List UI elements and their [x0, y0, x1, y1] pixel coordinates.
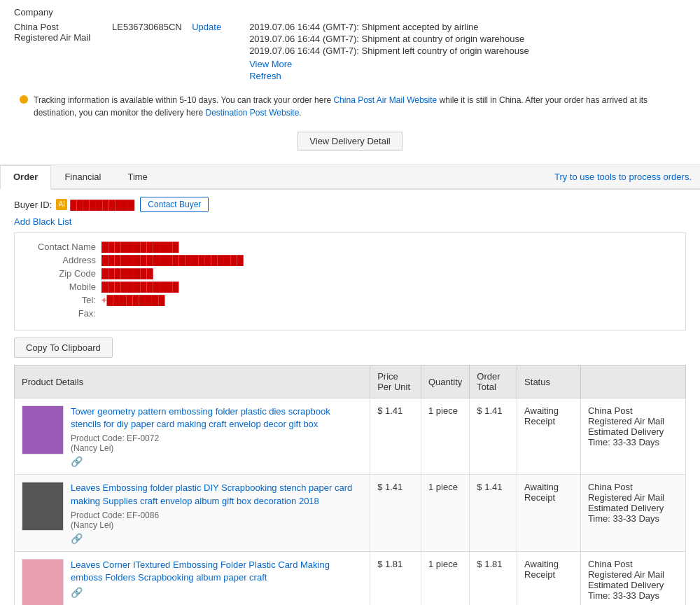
- buyer-id-redacted: ██████████: [70, 200, 134, 210]
- tracking-number: LE536730685CN: [112, 22, 182, 32]
- tracking-number-area: LE536730685CN Update: [112, 22, 221, 81]
- product-quantity: 1 piece: [421, 398, 469, 475]
- buyer-id-icon: AI: [56, 199, 67, 210]
- company-label: Company: [14, 7, 112, 18]
- copy-btn-row: Copy To Clipboard: [14, 338, 686, 358]
- buyer-id-label: Buyer ID:: [14, 200, 52, 210]
- product-status: Awaiting Receipt: [517, 475, 581, 551]
- china-post-link[interactable]: China Post Air Mail Website: [333, 95, 437, 105]
- delivery-btn-row: View Delivery Detail: [14, 132, 686, 151]
- product-image: [22, 559, 64, 605]
- product-shipping: China Post Registered Air MailEstimated …: [580, 551, 685, 605]
- product-details-cell: Leaves Corner ITextured Embossing Folder…: [15, 551, 370, 605]
- buyer-row: Buyer ID: AI ██████████ Contact Buyer: [14, 197, 686, 212]
- mobile-row: Mobile ████████████: [26, 281, 674, 292]
- product-title[interactable]: Tower geometry pattern embossing folder …: [71, 406, 330, 429]
- product-details-cell: Leaves Embossing folder plastic DIY Scra…: [15, 475, 370, 551]
- tel-value: +█████████: [102, 295, 165, 305]
- product-table: Product Details Price Per Unit Quantity …: [14, 365, 686, 605]
- col-shipping: [580, 366, 685, 398]
- china-post-label: China Post Registered Air Mail: [14, 22, 112, 81]
- product-link-icon[interactable]: 🔗: [71, 587, 363, 598]
- address-box: Contact Name ████████████ Address ██████…: [14, 232, 686, 331]
- col-product-details: Product Details: [15, 366, 370, 398]
- col-quantity: Quantity: [421, 366, 469, 398]
- product-price: $ 1.81: [370, 551, 421, 605]
- fax-row: Fax:: [26, 308, 674, 319]
- tabs-left: Order Financial Time: [0, 165, 161, 188]
- tel-label: Tel:: [26, 295, 96, 305]
- tabs-bar: Order Financial Time Try to use tools to…: [0, 165, 700, 190]
- info-dot-icon: [20, 95, 28, 104]
- tracking-events: 2019.07.06 16:44 (GMT-7): Shipment accep…: [249, 22, 529, 81]
- mobile-value: ████████████: [102, 281, 179, 292]
- add-black-list-link[interactable]: Add Black List: [14, 216, 686, 227]
- view-delivery-btn[interactable]: View Delivery Detail: [298, 132, 402, 151]
- product-link-icon[interactable]: 🔗: [71, 456, 363, 467]
- contact-name-label: Contact Name: [26, 242, 96, 252]
- table-row: Tower geometry pattern embossing folder …: [15, 398, 686, 475]
- tab-order[interactable]: Order: [0, 165, 51, 190]
- col-order-total: Order Total: [470, 366, 517, 398]
- update-link[interactable]: Update: [192, 22, 221, 32]
- tab-time[interactable]: Time: [114, 165, 160, 188]
- tools-link[interactable]: Try to use tools to process orders.: [554, 172, 700, 182]
- product-order-total: $ 1.41: [470, 398, 517, 475]
- contact-name-row: Contact Name ████████████: [26, 242, 674, 252]
- product-seller: (Nancy Lei): [71, 443, 363, 453]
- view-more-link[interactable]: View More: [249, 59, 529, 69]
- zip-code-value: ████████: [102, 268, 153, 279]
- refresh-link[interactable]: Refresh: [249, 71, 529, 81]
- contact-buyer-btn[interactable]: Contact Buyer: [140, 197, 209, 212]
- product-link-icon[interactable]: 🔗: [71, 533, 363, 544]
- zip-code-label: Zip Code: [26, 268, 96, 279]
- tab-financial[interactable]: Financial: [51, 165, 114, 188]
- address-row: Address ██████████████████████: [26, 255, 674, 265]
- product-image: [22, 405, 64, 454]
- product-order-total: $ 1.81: [470, 551, 517, 605]
- zip-code-row: Zip Code ████████: [26, 268, 674, 279]
- contact-name-value: ████████████: [102, 242, 179, 252]
- dest-post-link[interactable]: Destination Post Website: [205, 108, 299, 118]
- tracking-event-1: 2019.07.06 16:44 (GMT-7): Shipment accep…: [249, 22, 529, 32]
- tracking-section: Company China Post Registered Air Mail L…: [0, 0, 700, 165]
- mobile-label: Mobile: [26, 281, 96, 292]
- product-details-cell: Tower geometry pattern embossing folder …: [15, 398, 370, 475]
- table-row: Leaves Corner ITextured Embossing Folder…: [15, 551, 686, 605]
- tracking-info-box: Tracking information is available within…: [14, 88, 686, 125]
- product-status: Awaiting Receipt: [517, 551, 581, 605]
- product-code: Product Code: EF-0086: [71, 510, 363, 520]
- fax-label: Fax:: [26, 308, 96, 319]
- product-quantity: 1 piece: [421, 551, 469, 605]
- copy-to-clipboard-btn[interactable]: Copy To Clipboard: [14, 338, 113, 358]
- product-seller: (Nancy Lei): [71, 520, 363, 530]
- tracking-event-3: 2019.07.06 16:44 (GMT-7): Shipment left …: [249, 46, 529, 56]
- tracking-info-text: Tracking information is available within…: [34, 94, 680, 119]
- col-status: Status: [517, 366, 581, 398]
- product-image: [22, 482, 64, 531]
- table-row: Leaves Embossing folder plastic DIY Scra…: [15, 475, 686, 551]
- product-quantity: 1 piece: [421, 475, 469, 551]
- tracking-event-2: 2019.07.06 16:44 (GMT-7): Shipment at co…: [249, 34, 529, 44]
- product-order-total: $ 1.41: [470, 475, 517, 551]
- product-shipping: China Post Registered Air MailEstimated …: [580, 475, 685, 551]
- address-label: Address: [26, 255, 96, 265]
- tel-row: Tel: +█████████: [26, 295, 674, 305]
- order-content: Buyer ID: AI ██████████ Contact Buyer Ad…: [0, 190, 700, 605]
- product-price: $ 1.41: [370, 398, 421, 475]
- product-shipping: China Post Registered Air MailEstimated …: [580, 398, 685, 475]
- product-title[interactable]: Leaves Embossing folder plastic DIY Scra…: [71, 482, 352, 506]
- product-title[interactable]: Leaves Corner ITextured Embossing Folder…: [71, 559, 330, 583]
- col-price: Price Per Unit: [370, 366, 421, 398]
- product-price: $ 1.41: [370, 475, 421, 551]
- address-value: ██████████████████████: [102, 255, 244, 265]
- product-status: Awaiting Receipt: [517, 398, 581, 475]
- product-code: Product Code: EF-0072: [71, 433, 363, 443]
